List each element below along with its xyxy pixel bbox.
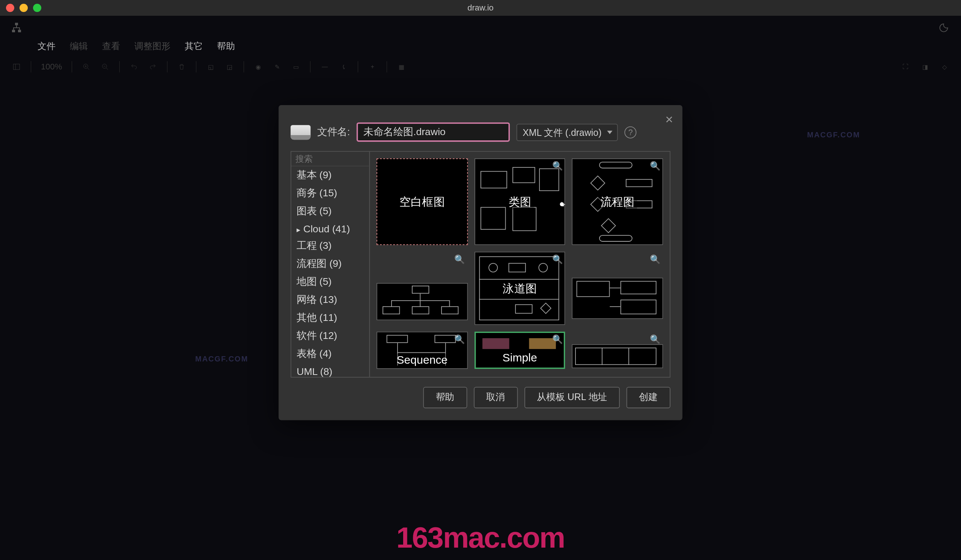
template-blank[interactable]: 空白框图 (376, 158, 468, 245)
category-charts[interactable]: 图表 (5) (291, 202, 370, 220)
category-engineering[interactable]: 工程 (3) (291, 237, 370, 255)
category-tables[interactable]: 表格 (4) (291, 345, 370, 363)
template-er-diagram[interactable]: 🔍 E-R图 (572, 252, 663, 325)
category-map[interactable]: 地图 (5) (291, 273, 370, 291)
menu-edit[interactable]: 编辑 (70, 40, 88, 52)
category-other[interactable]: 其他 (11) (291, 309, 370, 327)
svg-rect-3 (13, 64, 20, 70)
menu-extras[interactable]: 其它 (185, 40, 203, 52)
shadow-icon[interactable]: ▭ (288, 59, 303, 74)
magnify-icon[interactable]: 🔍 (454, 334, 465, 345)
toolbar: 100% ◱ ◲ ◉ ✎ ▭ — ⤹ + ▦ ⛶ ◨ ◇ (0, 58, 961, 76)
help-icon[interactable]: ? (625, 126, 637, 138)
category-basic[interactable]: 基本 (9) (291, 166, 370, 184)
from-url-button[interactable]: 从模板 URL 地址 (524, 387, 620, 408)
category-uml[interactable]: UML (8) (291, 363, 370, 377)
magnify-icon[interactable]: 🔍 (650, 161, 660, 171)
filename-label: 文件名: (317, 126, 350, 138)
magnify-icon[interactable]: 🔍 (454, 255, 465, 265)
svg-rect-2 (18, 30, 21, 32)
app-logo-icon (11, 22, 22, 34)
window-title: draw.io (468, 3, 493, 13)
close-window[interactable] (6, 4, 14, 12)
format-select[interactable]: XML 文件 (.drawio) (516, 124, 618, 141)
table-icon[interactable]: ▦ (394, 59, 409, 74)
titlebar: draw.io (0, 0, 961, 16)
fill-color-icon[interactable]: ◉ (251, 59, 266, 74)
template-cross[interactable]: 🔍 Cross- (572, 332, 663, 369)
category-cloud[interactable]: Cloud (41) (291, 220, 370, 237)
magnify-icon[interactable]: 🔍 (552, 161, 563, 171)
page-watermark: 163mac.com (397, 521, 564, 555)
line-color-icon[interactable]: ✎ (270, 59, 284, 74)
category-list: 基本 (9) 商务 (15) 图表 (5) Cloud (41) 工程 (3) … (291, 166, 370, 377)
category-network[interactable]: 网络 (13) (291, 291, 370, 309)
to-front-icon[interactable]: ◱ (203, 59, 218, 74)
watermark: MACGF.COM (807, 131, 860, 139)
undo-icon[interactable] (127, 59, 141, 74)
minimize-window[interactable] (19, 4, 28, 12)
new-file-dialog: × 文件名: XML 文件 (.drawio) ? 基本 (9) 商务 (15)… (278, 105, 683, 420)
menu-file[interactable]: 文件 (37, 40, 56, 52)
redo-icon[interactable] (145, 59, 160, 74)
template-sequence[interactable]: 🔍 Sequence (376, 332, 468, 369)
category-business[interactable]: 商务 (15) (291, 184, 370, 202)
maximize-window[interactable] (33, 4, 41, 12)
zoom-out-icon[interactable] (98, 59, 112, 74)
to-back-icon[interactable]: ◲ (222, 59, 237, 74)
dialog-footer: 帮助 取消 从模板 URL 地址 创建 (278, 377, 683, 420)
sidebar-toggle-icon[interactable] (9, 59, 24, 74)
theme-toggle-icon[interactable] (939, 22, 949, 33)
category-software[interactable]: 软件 (12) (291, 327, 370, 345)
add-icon[interactable]: + (365, 59, 380, 74)
menu-arrange[interactable]: 调整图形 (134, 40, 170, 52)
menubar: 文件 编辑 查看 调整图形 其它 帮助 (0, 40, 961, 53)
svg-rect-1 (12, 30, 15, 32)
menu-view[interactable]: 查看 (102, 40, 120, 52)
zoom-level[interactable]: 100% (38, 62, 65, 72)
create-button[interactable]: 创建 (627, 387, 670, 408)
zoom-in-icon[interactable] (79, 59, 94, 74)
traffic-lights (6, 4, 41, 12)
magnify-icon[interactable]: 🔍 (650, 334, 660, 345)
close-button[interactable]: × (665, 112, 673, 127)
template-org-chart[interactable]: 🔍 组织结构图 (376, 252, 468, 325)
dialog-header: 文件名: XML 文件 (.drawio) ? (278, 105, 683, 151)
template-simple[interactable]: 🔍 Simple (474, 332, 565, 369)
search-box (291, 152, 370, 166)
template-class-diagram[interactable]: 🔍 类图 (474, 158, 565, 245)
app-header (0, 16, 961, 40)
watermark: MACGF.COM (195, 355, 248, 363)
magnify-icon[interactable]: 🔍 (552, 334, 563, 345)
svg-line-6 (87, 68, 89, 70)
category-sidebar: 基本 (9) 商务 (15) 图表 (5) Cloud (41) 工程 (3) … (291, 152, 370, 377)
svg-rect-0 (15, 23, 18, 26)
delete-icon[interactable] (174, 59, 189, 74)
outline-icon[interactable]: ◇ (937, 59, 952, 74)
filename-input[interactable] (357, 122, 510, 141)
search-input[interactable] (296, 154, 370, 164)
template-swimlane[interactable]: 🔍 泳道图 (474, 252, 565, 325)
category-flowchart[interactable]: 流程图 (9) (291, 255, 370, 273)
waypoint-icon[interactable]: ⤹ (336, 59, 351, 74)
format-panel-icon[interactable]: ◨ (918, 59, 932, 74)
template-flowchart[interactable]: 🔍 流程图 (572, 158, 663, 245)
cursor-icon (558, 200, 569, 210)
svg-line-10 (106, 68, 108, 70)
dialog-body: 基本 (9) 商务 (15) 图表 (5) Cloud (41) 工程 (3) … (291, 151, 670, 377)
help-button[interactable]: 帮助 (423, 387, 467, 408)
fullscreen-icon[interactable]: ⛶ (898, 59, 913, 74)
connection-icon[interactable]: — (317, 59, 332, 74)
template-grid: 空白框图 🔍 类图 🔍 (370, 152, 670, 377)
menu-help[interactable]: 帮助 (217, 40, 235, 52)
cancel-button[interactable]: 取消 (474, 387, 517, 408)
magnify-icon[interactable]: 🔍 (650, 255, 660, 265)
disk-icon (291, 125, 310, 139)
magnify-icon[interactable]: 🔍 (552, 255, 563, 265)
